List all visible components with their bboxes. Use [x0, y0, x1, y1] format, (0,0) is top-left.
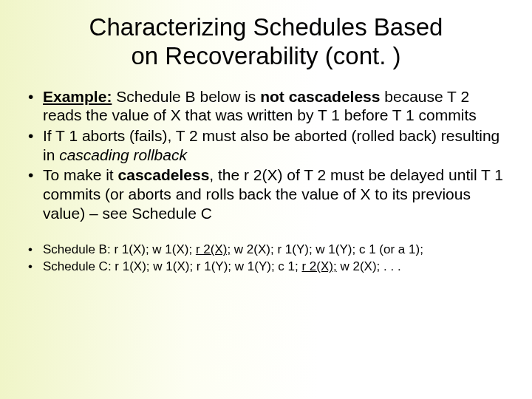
title-line-2: on Recoverability (cont. ) — [132, 42, 401, 69]
schedule-b-prefix: Schedule B: r 1(X); w 1(X); — [43, 242, 196, 256]
title-line-1: Characterizing Schedules Based — [89, 13, 443, 41]
main-bullet-list: Example: Schedule B below is not cascade… — [27, 87, 505, 222]
bullet-item: To make it cascadeless, the r 2(X) of T … — [27, 166, 505, 222]
example-label: Example: — [43, 88, 112, 105]
schedule-b-emph: r 2(X); — [196, 242, 231, 256]
schedule-c-emph: r 2(X); — [301, 259, 336, 273]
schedule-c-prefix: Schedule C: r 1(X); w 1(X); r 1(Y); w 1(… — [43, 259, 301, 273]
schedule-c-rest: w 2(X); . . . — [337, 259, 401, 273]
emphasis-not-cascadeless: not cascadeless — [260, 88, 380, 105]
emphasis-cascading-rollback: cascading rollback — [59, 146, 187, 163]
schedule-list: Schedule B: r 1(X); w 1(X); r 2(X); w 2(… — [27, 242, 505, 275]
schedule-b-rest: w 2(X); r 1(Y); w 1(Y); c 1 (or a 1); — [231, 242, 423, 256]
text-run: To make it — [43, 166, 118, 183]
schedule-b-item: Schedule B: r 1(X); w 1(X); r 2(X); w 2(… — [27, 242, 505, 257]
slide-title: Characterizing Schedules Based on Recove… — [27, 13, 505, 71]
schedule-c-item: Schedule C: r 1(X); w 1(X); r 1(Y); w 1(… — [27, 259, 505, 274]
text-run: Schedule B below is — [112, 88, 260, 105]
bullet-item: If T 1 aborts (fails), T 2 must also be … — [27, 126, 505, 164]
emphasis-cascadeless: cascadeless — [118, 166, 210, 183]
bullet-item: Example: Schedule B below is not cascade… — [27, 87, 505, 125]
